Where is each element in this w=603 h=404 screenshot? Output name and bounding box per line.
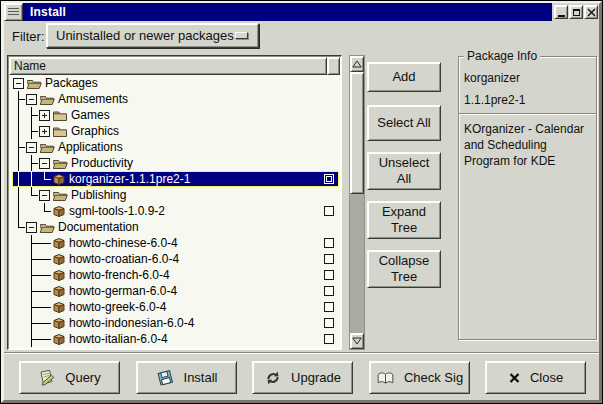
check-sig-button[interactable]: Check Sig <box>369 361 470 394</box>
scrollbar-thumb[interactable] <box>350 72 364 194</box>
tree-row[interactable]: Games <box>12 107 339 123</box>
add-button[interactable]: Add <box>367 62 441 92</box>
collapse-minus-icon[interactable] <box>26 222 37 233</box>
tree-row-label: Packages <box>45 76 98 90</box>
package-info-panel: Package Info korganizer 1.1.1pre2-1 KOrg… <box>458 56 597 340</box>
tree-row-label: Productivity <box>71 156 133 170</box>
collapse-minus-icon[interactable] <box>39 190 50 201</box>
tree-connector <box>25 187 38 203</box>
expand-tree-button[interactable]: Expand Tree <box>367 201 441 239</box>
tree-row-label: howto-german-6.0-4 <box>69 284 177 298</box>
collapse-minus-icon[interactable] <box>39 158 50 169</box>
package-checkbox[interactable] <box>324 318 334 328</box>
window-title: Install <box>30 5 66 19</box>
tree-connector <box>38 283 51 299</box>
tree-row[interactable]: Packages <box>12 75 339 91</box>
checkbox-column-header[interactable] <box>327 57 340 75</box>
collapse-minus-icon[interactable] <box>26 142 37 153</box>
window-controls <box>552 3 599 21</box>
action-button-label: Collapse Tree <box>372 253 436 285</box>
tree-row[interactable]: korganizer-1.1.1pre2-1 <box>12 171 339 187</box>
close-button[interactable]: Close <box>485 361 586 394</box>
scroll-down-button[interactable] <box>350 333 364 349</box>
tree-row[interactable]: Applications <box>12 139 339 155</box>
bottom-separator <box>4 352 599 354</box>
tree-row[interactable]: howto-croatian-6.0-4 <box>12 251 339 267</box>
folder-icon <box>39 221 55 234</box>
tree-connector <box>25 267 38 283</box>
tree-connector <box>12 139 25 155</box>
package-checkbox[interactable] <box>324 334 334 344</box>
tree-connector <box>25 283 38 299</box>
action-button-label: Unselect All <box>372 155 436 187</box>
tree-row[interactable]: Publishing <box>12 187 339 203</box>
tree-row[interactable]: howto-greek-6.0-4 <box>12 299 339 315</box>
filter-dropdown[interactable]: Uninstalled or newer packages <box>46 23 259 48</box>
tree-connector <box>38 203 51 219</box>
package-checkbox[interactable] <box>324 254 334 264</box>
package-checkbox[interactable] <box>324 270 334 280</box>
name-column-header[interactable]: Name <box>9 57 327 75</box>
package-checkbox[interactable] <box>324 174 334 184</box>
tree-row[interactable]: howto-chinese-6.0-4 <box>12 235 339 251</box>
tree-row[interactable]: Documentation <box>12 219 339 235</box>
install-button[interactable]: Install <box>136 361 237 394</box>
tree-connector <box>25 331 38 347</box>
tree-connector <box>38 235 51 251</box>
tree-row[interactable]: Productivity <box>12 155 339 171</box>
dropdown-indicator-icon <box>235 32 248 39</box>
collapse-tree-button[interactable]: Collapse Tree <box>367 250 441 288</box>
tree-row[interactable]: Amusements <box>12 91 339 107</box>
maximize-button[interactable] <box>569 5 583 19</box>
tree-row-label: sgml-tools-1.0.9-2 <box>69 204 165 218</box>
tree-scrollbar[interactable] <box>349 55 365 350</box>
titlebar-title-area[interactable]: Install <box>23 3 552 21</box>
package-checkbox[interactable] <box>324 286 334 296</box>
checksig-icon <box>376 370 395 386</box>
tree-connector <box>25 123 38 139</box>
bottom-button-label: Check Sig <box>404 370 463 385</box>
tree-row-label: howto-french-6.0-4 <box>69 268 170 282</box>
tree-row[interactable]: howto-french-6.0-4 <box>12 267 339 283</box>
tree-row[interactable]: sgml-tools-1.0.9-2 <box>12 203 339 219</box>
collapse-minus-icon[interactable] <box>26 94 37 105</box>
package-checkbox[interactable] <box>324 302 334 312</box>
package-icon <box>52 205 66 218</box>
query-button[interactable]: Query <box>19 361 120 394</box>
expand-plus-icon[interactable] <box>39 126 50 137</box>
tree-connector <box>12 187 25 203</box>
tree-connector <box>12 91 25 107</box>
tree-row[interactable]: Graphics <box>12 123 339 139</box>
tree-connector <box>38 331 51 347</box>
install-window: Install Filter: Uninstalled or newer pac… <box>0 0 603 404</box>
tree-connector <box>38 299 51 315</box>
action-button-label: Expand Tree <box>372 204 436 236</box>
unselect-all-button[interactable]: Unselect All <box>367 152 441 190</box>
package-checkbox[interactable] <box>324 238 334 248</box>
package-info-separator <box>459 113 596 115</box>
titlebar: Install <box>4 3 599 21</box>
tree-row[interactable]: howto-german-6.0-4 <box>12 283 339 299</box>
collapse-minus-icon[interactable] <box>13 78 24 89</box>
expand-plus-icon[interactable] <box>39 110 50 121</box>
package-checkbox[interactable] <box>324 206 334 216</box>
filter-label: Filter: <box>12 29 45 44</box>
tree-row[interactable]: howto-indonesian-6.0-4 <box>12 315 339 331</box>
tree-header: Name <box>9 57 340 75</box>
tree-connector <box>38 315 51 331</box>
close-window-button[interactable] <box>584 5 598 19</box>
select-all-button[interactable]: Select All <box>367 105 441 141</box>
scroll-up-button[interactable] <box>350 56 364 72</box>
window-menu-button[interactable] <box>4 3 23 21</box>
upgrade-button[interactable]: Upgrade <box>252 361 353 394</box>
maximize-icon <box>573 9 580 16</box>
tree-connector <box>25 203 38 219</box>
bottom-button-label: Upgrade <box>291 370 341 385</box>
tree-row[interactable]: howto-italian-6.0-4 <box>12 331 339 347</box>
package-info-legend: Package Info <box>464 49 540 63</box>
tree-row-label: Games <box>71 108 110 122</box>
tree-connector <box>12 123 25 139</box>
minimize-button[interactable] <box>554 5 568 19</box>
package-icon <box>52 237 66 250</box>
package-icon <box>52 173 66 186</box>
